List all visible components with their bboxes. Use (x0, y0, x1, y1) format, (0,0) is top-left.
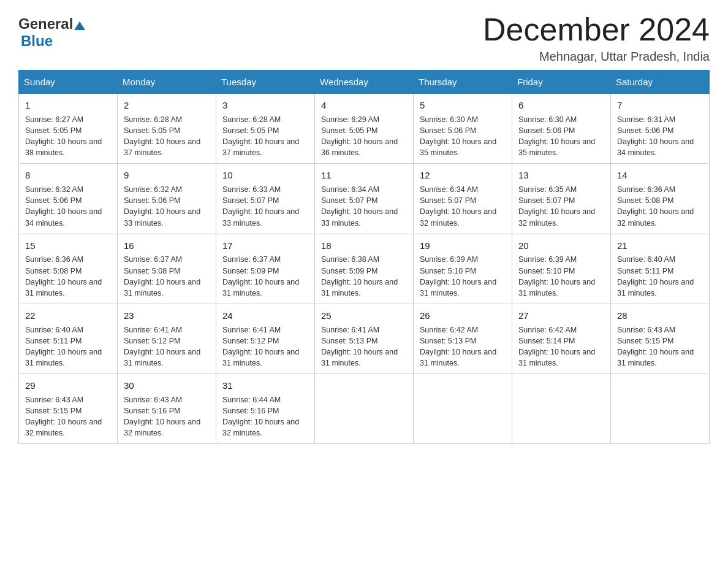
sunrise-label: Sunrise: 6:38 AM (321, 255, 379, 264)
day-number: 11 (321, 169, 407, 182)
sunrise-label: Sunrise: 6:29 AM (321, 115, 379, 124)
calendar-cell: 20 Sunrise: 6:39 AM Sunset: 5:10 PM Dayl… (512, 234, 611, 304)
daylight-label: Daylight: 10 hours and 31 minutes. (222, 348, 299, 367)
sunrise-label: Sunrise: 6:34 AM (321, 185, 379, 194)
daylight-label: Daylight: 10 hours and 31 minutes. (25, 278, 102, 297)
sunrise-label: Sunrise: 6:28 AM (222, 115, 281, 124)
sunset-label: Sunset: 5:14 PM (518, 337, 575, 345)
sunrise-label: Sunrise: 6:40 AM (25, 326, 83, 334)
calendar-cell: 10 Sunrise: 6:33 AM Sunset: 5:07 PM Dayl… (216, 164, 315, 234)
sunset-label: Sunset: 5:10 PM (518, 267, 575, 275)
sunrise-label: Sunrise: 6:43 AM (124, 396, 182, 404)
daylight-label: Daylight: 10 hours and 31 minutes. (420, 348, 496, 367)
day-number: 29 (25, 379, 111, 393)
logo-general-text: General (18, 15, 73, 33)
sunset-label: Sunset: 5:06 PM (420, 126, 476, 135)
calendar-cell (414, 374, 512, 444)
day-number: 6 (518, 99, 604, 112)
sunrise-label: Sunrise: 6:27 AM (25, 115, 83, 124)
day-number: 20 (518, 239, 604, 253)
day-number: 12 (420, 169, 506, 182)
calendar-cell: 29 Sunrise: 6:43 AM Sunset: 5:15 PM Dayl… (19, 374, 118, 444)
daylight-label: Daylight: 10 hours and 34 minutes. (25, 207, 102, 227)
sunset-label: Sunset: 5:08 PM (617, 196, 673, 205)
week-row-2: 8 Sunrise: 6:32 AM Sunset: 5:06 PM Dayli… (19, 164, 710, 234)
sunrise-label: Sunrise: 6:32 AM (124, 185, 182, 194)
calendar-cell: 23 Sunrise: 6:41 AM Sunset: 5:12 PM Dayl… (118, 304, 216, 373)
calendar-cell: 8 Sunrise: 6:32 AM Sunset: 5:06 PM Dayli… (19, 164, 118, 234)
sunset-label: Sunset: 5:13 PM (420, 337, 476, 345)
sunrise-label: Sunrise: 6:39 AM (518, 255, 577, 264)
day-number: 24 (222, 309, 308, 323)
calendar-table: SundayMondayTuesdayWednesdayThursdayFrid… (18, 70, 710, 444)
daylight-label: Daylight: 10 hours and 31 minutes. (222, 278, 299, 297)
daylight-label: Daylight: 10 hours and 33 minutes. (222, 207, 299, 227)
calendar-cell: 13 Sunrise: 6:35 AM Sunset: 5:07 PM Dayl… (512, 164, 611, 234)
sunrise-label: Sunrise: 6:41 AM (222, 326, 281, 334)
sunset-label: Sunset: 5:16 PM (124, 407, 180, 415)
day-number: 15 (25, 239, 111, 253)
calendar-cell: 14 Sunrise: 6:36 AM Sunset: 5:08 PM Dayl… (611, 164, 710, 234)
calendar-cell: 17 Sunrise: 6:37 AM Sunset: 5:09 PM Dayl… (216, 234, 315, 304)
sunrise-label: Sunrise: 6:30 AM (420, 115, 478, 124)
daylight-label: Daylight: 10 hours and 31 minutes. (321, 348, 398, 367)
day-number: 13 (518, 169, 604, 182)
header-friday: Friday (512, 71, 611, 94)
calendar-cell: 15 Sunrise: 6:36 AM Sunset: 5:08 PM Dayl… (19, 234, 118, 304)
logo: General Blue (18, 12, 85, 50)
sunrise-label: Sunrise: 6:37 AM (124, 255, 182, 264)
sunset-label: Sunset: 5:05 PM (25, 126, 82, 135)
daylight-label: Daylight: 10 hours and 31 minutes. (617, 278, 694, 297)
page-header: General Blue December 2024 Mehnagar, Utt… (18, 12, 710, 64)
sunset-label: Sunset: 5:06 PM (124, 196, 180, 205)
daylight-label: Daylight: 10 hours and 32 minutes. (25, 418, 102, 437)
header-saturday: Saturday (611, 71, 710, 94)
sunset-label: Sunset: 5:08 PM (25, 267, 82, 275)
sunrise-label: Sunrise: 6:42 AM (420, 326, 478, 334)
calendar-cell: 16 Sunrise: 6:37 AM Sunset: 5:08 PM Dayl… (118, 234, 216, 304)
day-number: 1 (25, 99, 111, 112)
calendar-cell: 31 Sunrise: 6:44 AM Sunset: 5:16 PM Dayl… (216, 374, 315, 444)
calendar-cell: 12 Sunrise: 6:34 AM Sunset: 5:07 PM Dayl… (414, 164, 512, 234)
sunset-label: Sunset: 5:05 PM (222, 126, 279, 135)
day-number: 16 (124, 239, 210, 253)
calendar-cell: 21 Sunrise: 6:40 AM Sunset: 5:11 PM Dayl… (611, 234, 710, 304)
calendar-cell: 26 Sunrise: 6:42 AM Sunset: 5:13 PM Dayl… (414, 304, 512, 373)
sunset-label: Sunset: 5:05 PM (321, 126, 377, 135)
daylight-label: Daylight: 10 hours and 32 minutes. (617, 207, 694, 227)
day-number: 27 (518, 309, 604, 323)
day-number: 9 (124, 169, 210, 182)
day-number: 25 (321, 309, 407, 323)
sunset-label: Sunset: 5:06 PM (518, 126, 575, 135)
sunset-label: Sunset: 5:06 PM (25, 196, 82, 205)
daylight-label: Daylight: 10 hours and 32 minutes. (124, 418, 200, 437)
day-number: 8 (25, 169, 111, 182)
calendar-header-row: SundayMondayTuesdayWednesdayThursdayFrid… (19, 71, 710, 94)
header-tuesday: Tuesday (216, 71, 315, 94)
sunrise-label: Sunrise: 6:32 AM (25, 185, 83, 194)
day-number: 19 (420, 239, 506, 253)
week-row-3: 15 Sunrise: 6:36 AM Sunset: 5:08 PM Dayl… (19, 234, 710, 304)
header-sunday: Sunday (19, 71, 118, 94)
sunset-label: Sunset: 5:10 PM (420, 267, 476, 275)
daylight-label: Daylight: 10 hours and 32 minutes. (518, 207, 595, 227)
calendar-cell: 4 Sunrise: 6:29 AM Sunset: 5:05 PM Dayli… (315, 94, 414, 164)
sunset-label: Sunset: 5:05 PM (124, 126, 180, 135)
calendar-cell: 18 Sunrise: 6:38 AM Sunset: 5:09 PM Dayl… (315, 234, 414, 304)
calendar-cell: 27 Sunrise: 6:42 AM Sunset: 5:14 PM Dayl… (512, 304, 611, 373)
day-number: 4 (321, 99, 407, 112)
sunrise-label: Sunrise: 6:43 AM (25, 396, 83, 404)
day-number: 30 (124, 379, 210, 393)
day-number: 14 (617, 169, 703, 182)
day-number: 28 (617, 309, 703, 323)
calendar-cell: 22 Sunrise: 6:40 AM Sunset: 5:11 PM Dayl… (19, 304, 118, 373)
month-title: December 2024 (483, 12, 710, 47)
sunset-label: Sunset: 5:11 PM (617, 267, 673, 275)
daylight-label: Daylight: 10 hours and 31 minutes. (25, 348, 102, 367)
calendar-cell: 9 Sunrise: 6:32 AM Sunset: 5:06 PM Dayli… (118, 164, 216, 234)
sunset-label: Sunset: 5:07 PM (222, 196, 279, 205)
sunset-label: Sunset: 5:09 PM (222, 267, 279, 275)
daylight-label: Daylight: 10 hours and 31 minutes. (518, 278, 595, 297)
daylight-label: Daylight: 10 hours and 38 minutes. (25, 137, 102, 157)
calendar-cell (512, 374, 611, 444)
